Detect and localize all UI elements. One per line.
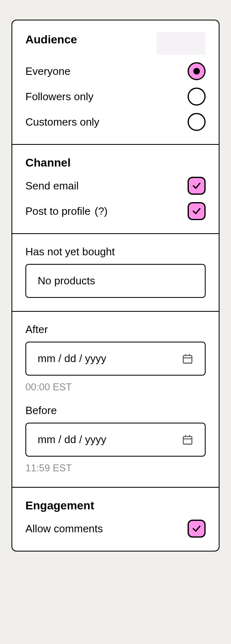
bought-value: No products (38, 275, 95, 287)
radio-icon (188, 113, 206, 131)
channel-item-label: Send email (25, 180, 79, 192)
channel-send-email[interactable]: Send email (25, 177, 206, 195)
audience-option-followers[interactable]: Followers only (25, 88, 206, 106)
before-placeholder: mm / dd / yyyy (38, 433, 106, 446)
channel-section: Channel Send email Post to profile (?) (12, 145, 219, 234)
audience-option-label: Everyone (25, 65, 70, 78)
bought-section: Has not yet bought No products (12, 234, 219, 312)
date-range-section: After mm / dd / yyyy 00:00 EST Before mm… (12, 312, 219, 488)
audience-title: Audience (25, 33, 77, 46)
engagement-section: Engagement Allow comments (12, 488, 219, 551)
engagement-title: Engagement (25, 499, 206, 512)
svg-rect-4 (183, 436, 192, 444)
placeholder-box (156, 32, 206, 55)
after-date-input[interactable]: mm / dd / yyyy (25, 342, 206, 376)
engagement-allow-comments[interactable]: Allow comments (25, 520, 206, 538)
before-date-input[interactable]: mm / dd / yyyy (25, 423, 206, 457)
after-hint: 00:00 EST (25, 381, 206, 393)
checkbox-icon (188, 520, 206, 538)
before-hint: 11:59 EST (25, 462, 206, 474)
calendar-icon (182, 353, 193, 365)
settings-panel: Audience Everyone Followers only Custome… (11, 20, 220, 552)
svg-rect-0 (183, 355, 192, 363)
audience-option-customers[interactable]: Customers only (25, 113, 206, 131)
after-title: After (25, 323, 206, 336)
calendar-icon (182, 434, 193, 446)
audience-option-label: Followers only (25, 90, 93, 103)
channel-item-label: Post to profile (25, 205, 91, 218)
checkbox-icon (188, 202, 206, 220)
bought-select[interactable]: No products (25, 264, 206, 298)
help-icon[interactable]: (?) (95, 205, 108, 218)
engagement-item-label: Allow comments (25, 522, 103, 535)
channel-title: Channel (25, 156, 206, 169)
audience-option-everyone[interactable]: Everyone (25, 62, 206, 80)
audience-section: Audience Everyone Followers only Custome… (12, 20, 219, 145)
before-title: Before (25, 404, 206, 417)
checkbox-icon (188, 177, 206, 195)
bought-title: Has not yet bought (25, 245, 206, 258)
channel-post-to-profile[interactable]: Post to profile (?) (25, 202, 206, 220)
radio-icon (188, 88, 206, 106)
audience-option-label: Customers only (25, 116, 100, 128)
radio-icon (188, 62, 206, 80)
after-placeholder: mm / dd / yyyy (38, 352, 106, 365)
